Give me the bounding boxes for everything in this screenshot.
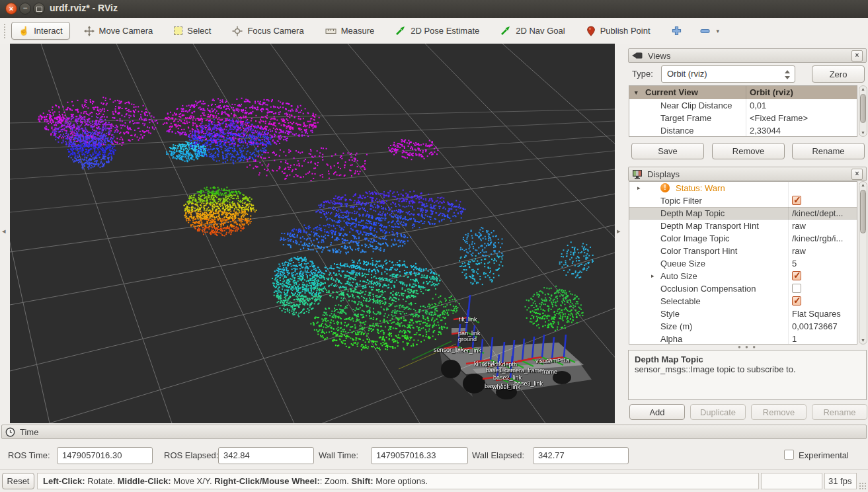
property-value[interactable]: /kinect/rgb/i... [792, 232, 843, 245]
view-property-row[interactable]: ▾ Current View Orbit (rviz) [629, 86, 857, 99]
tool-interact[interactable]: ☝ Interact [11, 22, 70, 40]
property-name: Alpha [660, 333, 682, 345]
view-property-row[interactable]: Distance 2,33044 [629, 124, 857, 137]
tool-label: Move Camera [99, 26, 153, 36]
views-close-icon[interactable]: × [851, 50, 863, 62]
tool-2d-nav-goal[interactable]: 2D Nav Goal [493, 22, 572, 40]
view-type-value: Orbit (rviz) [667, 69, 707, 79]
time-panel-header[interactable]: Time [1, 425, 867, 439]
scroll-up-icon[interactable]: ▲ [859, 183, 867, 188]
ros-time-field[interactable]: 1479057016.30 [57, 447, 153, 464]
duplicate-display-button[interactable]: Duplicate [690, 404, 746, 420]
displays-scrollbar[interactable]: ▲ ▼ [859, 181, 867, 345]
crosshair-icon [232, 26, 243, 36]
property-value[interactable]: raw [792, 245, 806, 257]
tf-frame-label: laser_link [456, 347, 481, 354]
scrollbar-thumb[interactable] [860, 190, 866, 233]
scrollbar-thumb[interactable] [860, 94, 866, 123]
property-value[interactable]: 0,01 [750, 99, 766, 112]
property-description-box: Depth Map Topic sensor_msgs::Image topic… [628, 350, 867, 400]
ros-time-label: ROS Time: [8, 450, 50, 460]
expand-arrow-icon[interactable]: ▾ [635, 86, 638, 99]
tool-label: 2D Nav Goal [516, 26, 565, 36]
checkbox[interactable] [792, 196, 801, 205]
view-property-row[interactable]: Near Clip Distance 0,01 [629, 99, 857, 112]
display-property-row[interactable]: Style Flat Squares [629, 308, 857, 320]
maximize-icon [36, 7, 42, 12]
tool-move-camera[interactable]: Move Camera [77, 22, 161, 40]
remove-tool-button[interactable]: ▾ [697, 24, 723, 38]
collapse-left-arrow-icon[interactable]: ◂ [2, 227, 6, 235]
view-property-row[interactable]: Target Frame <Fixed Frame> [629, 112, 857, 124]
displays-close-icon[interactable]: × [851, 169, 863, 180]
tool-focus-camera[interactable]: Focus Camera [225, 22, 311, 40]
display-property-row[interactable]: Color Transport Hint raw [629, 245, 857, 257]
toolbar-drag-handle[interactable] [4, 24, 7, 38]
checkbox[interactable] [792, 284, 801, 293]
display-property-row[interactable]: Selectable [629, 295, 857, 308]
close-window-button[interactable]: × [5, 3, 17, 15]
property-name: Queue Size [660, 257, 705, 270]
minimize-window-button[interactable]: − [19, 3, 31, 15]
display-property-row[interactable]: Depth Map Transport Hint raw [629, 220, 857, 232]
views-panel-header[interactable]: Views × [628, 48, 867, 63]
experimental-checkbox[interactable] [784, 450, 794, 460]
display-property-row[interactable]: ▸ Auto Size [629, 270, 857, 282]
collapse-right-arrow-icon[interactable]: ▸ [617, 227, 621, 235]
rename-display-button[interactable]: Rename [812, 404, 867, 420]
checkbox[interactable] [792, 271, 801, 280]
wall-elapsed-field[interactable]: 342.77 [533, 447, 629, 464]
scroll-up-icon[interactable]: ▲ [859, 87, 867, 92]
expand-arrow-icon[interactable]: ▸ [637, 182, 641, 194]
save-view-button[interactable]: Save [631, 143, 704, 159]
add-display-button[interactable]: Add [629, 404, 685, 420]
expand-arrow-icon[interactable]: ▸ [651, 270, 654, 282]
scroll-down-icon[interactable]: ▼ [859, 130, 867, 136]
display-property-row[interactable]: ▸ ! Status: Warn [629, 182, 857, 194]
property-name: Color Transport Hint [660, 245, 737, 257]
right-panel-strip: ▸ [615, 44, 627, 423]
tool-publish-point[interactable]: Publish Point [579, 22, 658, 40]
3d-viewport[interactable]: tilt_linkpan_linkgroundsensor_linklaser_… [10, 44, 615, 423]
property-name: Topic Filter [660, 194, 702, 207]
property-value[interactable]: /kinect/dept... [792, 207, 843, 220]
property-value[interactable]: 2,33044 [750, 124, 781, 137]
view-type-combobox[interactable]: Orbit (rviz) [661, 65, 795, 83]
resize-grip[interactable] [859, 482, 867, 490]
maximize-window-button[interactable] [33, 3, 45, 15]
remove-display-button[interactable]: Remove [751, 404, 807, 420]
add-tool-button[interactable] [668, 22, 685, 40]
ros-elapsed-field[interactable]: 342.84 [218, 447, 314, 464]
tool-measure[interactable]: Measure [318, 22, 382, 40]
displays-panel-header[interactable]: Displays × [628, 167, 867, 181]
window-title: urdf.rviz* - RViz [50, 3, 118, 13]
displays-property-tree: ▸ ! Status: Warn Topic Filter Depth Map … [629, 181, 857, 345]
views-scrollbar[interactable]: ▲ ▼ [859, 85, 867, 137]
property-name: Occlusion Compensation [660, 282, 756, 295]
display-property-row[interactable]: Topic Filter [629, 194, 857, 207]
panel-splitter-handle[interactable]: ● ● ● [627, 345, 868, 350]
display-property-row[interactable]: Color Image Topic /kinect/rgb/i... [629, 232, 857, 245]
reset-button[interactable]: Reset [2, 473, 34, 489]
zero-button[interactable]: Zero [812, 65, 865, 83]
display-property-row[interactable]: Size (m) 0,00173667 [629, 320, 857, 333]
checkbox[interactable] [792, 296, 801, 306]
spinner-arrows-icon[interactable] [783, 69, 791, 80]
display-property-row[interactable]: Alpha 1 [629, 333, 857, 345]
scroll-down-icon[interactable]: ▼ [859, 338, 867, 343]
property-value[interactable]: <Fixed Frame> [750, 112, 808, 124]
rename-view-button[interactable]: Rename [792, 143, 865, 159]
tool-2d-pose-estimate[interactable]: 2D Pose Estimate [388, 22, 487, 40]
tf-frame-label: tilt_link [459, 316, 477, 323]
display-property-row[interactable]: Queue Size 5 [629, 257, 857, 270]
wall-time-field[interactable]: 1479057016.33 [371, 447, 468, 464]
tool-select[interactable]: Select [167, 22, 218, 40]
property-value[interactable]: 5 [792, 257, 797, 270]
property-value[interactable]: raw [792, 220, 806, 232]
property-value[interactable]: 0,00173667 [792, 320, 838, 333]
display-property-row[interactable]: Occlusion Compensation [629, 282, 857, 295]
display-property-row-selected[interactable]: Depth Map Topic /kinect/dept... [629, 207, 857, 220]
property-value[interactable]: 1 [792, 333, 797, 345]
remove-view-button[interactable]: Remove [712, 143, 785, 159]
property-value[interactable]: Flat Squares [792, 308, 841, 320]
